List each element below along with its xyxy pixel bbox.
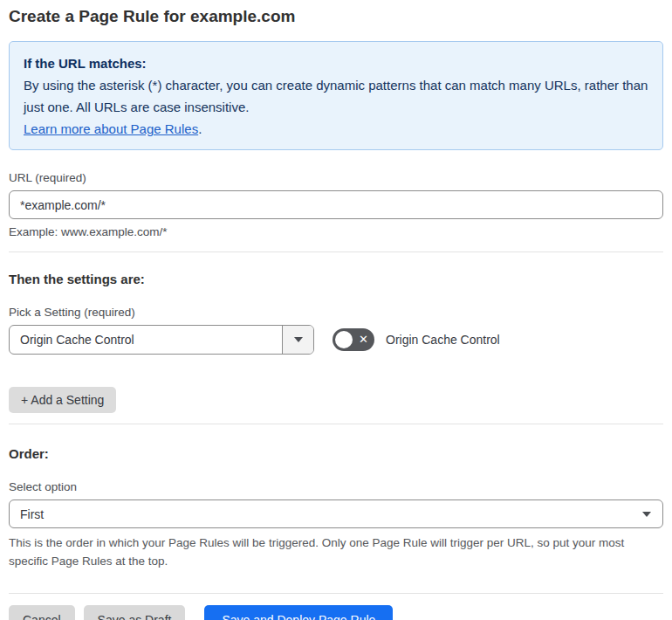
setting-select[interactable]: Origin Cache Control [9, 325, 314, 355]
create-page-rule-form: Create a Page Rule for example.com If th… [0, 0, 672, 620]
section-divider [9, 251, 663, 252]
footer-divider [9, 593, 663, 594]
save-as-draft-button[interactable]: Save as Draft [84, 605, 186, 620]
origin-cache-control-toggle[interactable]: ✕ [333, 328, 374, 351]
setting-select-value: Origin Cache Control [10, 326, 282, 354]
caret-down-icon [642, 512, 651, 517]
settings-section-heading: Then the settings are: [9, 272, 663, 286]
x-icon: ✕ [359, 334, 368, 345]
info-box-link-line: Learn more about Page Rules. [24, 118, 648, 140]
info-box-heading: If the URL matches: [24, 52, 648, 74]
order-section-heading: Order: [9, 446, 663, 461]
order-select[interactable]: First [9, 499, 663, 528]
pick-setting-label: Pick a Setting (required) [9, 306, 663, 319]
section-divider [9, 424, 663, 424]
order-select-label: Select option [9, 480, 663, 493]
add-setting-button[interactable]: + Add a Setting [9, 387, 116, 413]
save-and-deploy-button[interactable]: Save and Deploy Page Rule [204, 605, 393, 620]
url-match-info-box: If the URL matches: By using the asteris… [9, 41, 663, 150]
order-select-value: First [20, 507, 44, 521]
order-help-text: This is the order in which your Page Rul… [9, 534, 663, 570]
link-period: . [198, 121, 202, 136]
toggle-label: Origin Cache Control [386, 333, 500, 347]
footer-actions: Cancel Save as Draft Save and Deploy Pag… [9, 605, 663, 620]
setting-row: Origin Cache Control ✕ Origin Cache Cont… [9, 325, 663, 355]
url-label: URL (required) [9, 171, 663, 184]
url-input[interactable] [9, 190, 663, 219]
caret-down-icon [294, 337, 303, 342]
page-title: Create a Page Rule for example.com [9, 7, 663, 26]
cancel-button[interactable]: Cancel [9, 605, 75, 620]
learn-more-link[interactable]: Learn more about Page Rules [24, 121, 198, 136]
toggle-knob [335, 331, 353, 348]
info-box-body: By using the asterisk (*) character, you… [24, 74, 648, 118]
setting-select-arrow-button[interactable] [282, 326, 313, 354]
url-example-text: Example: www.example.com/* [9, 224, 663, 239]
